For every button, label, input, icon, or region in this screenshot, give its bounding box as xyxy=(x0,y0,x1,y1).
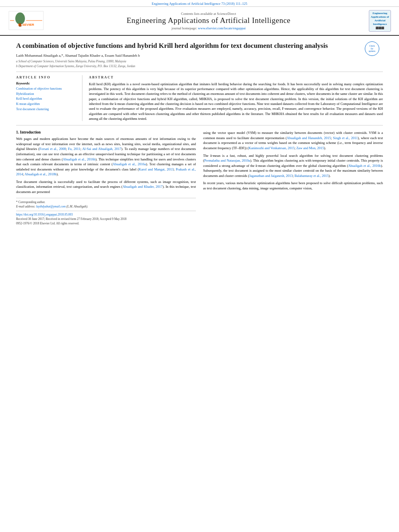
doi-line[interactable]: https://doi.org/10.1016/j.engappai.2018.… xyxy=(16,213,196,216)
cross-mark-icon: Checkforupdates xyxy=(365,41,379,56)
body-right-text-3: In recent years, various meta-heuristic … xyxy=(203,181,383,191)
abstract-col: ABSTRACT Krill herd (KH) algorithm is a … xyxy=(89,75,383,121)
journal-name: Engineering Applications of Artificial I… xyxy=(127,16,291,25)
ref-premalatha[interactable]: Premalatha and Natarajan, 2010a xyxy=(204,158,250,162)
ref-abualigah-khader[interactable]: Abualigah and Khader, 2017 xyxy=(123,185,162,189)
sciencedirect-link[interactable]: ScienceDirect xyxy=(217,12,236,16)
email-link[interactable]: laythdyabat@ymail.com xyxy=(36,205,66,208)
ref-kanimozhi[interactable]: Kanimozhi and Venkatesan, 2015 xyxy=(249,146,294,150)
keyword-3[interactable]: Krill herd algorithm xyxy=(16,97,78,102)
ref-jaganathan[interactable]: Jaganathan and Jaiganesh, 2013 xyxy=(249,174,293,178)
body-left-text-2: Text document clustering is successfully… xyxy=(16,179,196,195)
copyright-line: 0952-1976/© 2018 Elsevier Ltd. All right… xyxy=(16,222,196,225)
article-title-text: A combination of objective functions and… xyxy=(16,41,361,68)
footer-line: * Corresponding author. E-mail address: … xyxy=(16,198,196,225)
keyword-2[interactable]: Hybridization xyxy=(16,92,78,97)
svg-text:ELSEVIER: ELSEVIER xyxy=(18,23,34,27)
article-title: A combination of objective functions and… xyxy=(16,41,361,50)
article-info-abstract: ARTICLE INFO Keywords: Combination of ob… xyxy=(16,75,383,126)
section1-heading: 1. Introduction xyxy=(16,130,196,134)
check-badge: EngineeringApplications ofArtificialInte… xyxy=(369,10,391,32)
journal-top-bar: Engineering Applications of Artificial I… xyxy=(0,0,399,7)
body-two-col: 1. Introduction Web pages and modern app… xyxy=(16,130,383,225)
ref-fu[interactable]: Fu, 2011 xyxy=(68,147,80,151)
contents-line: Contents lists available at ScienceDirec… xyxy=(181,12,236,16)
ref-alsai[interactable]: Al-Sai and Abualigah, 2017 xyxy=(82,147,121,151)
main-content: A combination of objective functions and… xyxy=(0,36,399,233)
journal-homepage: journal homepage: www.elsevier.com/locat… xyxy=(171,26,245,30)
article-info-title: ARTICLE INFO xyxy=(16,75,78,79)
body-right-text-1: using the vector space model (VSM) to me… xyxy=(203,130,383,150)
authors: Laith Mohammad Abualigah a,*, Ahamad Taj… xyxy=(16,53,361,58)
doi-link[interactable]: https://doi.org/10.1016/j.engappai.2018.… xyxy=(16,213,73,216)
elsevier-logo: ELSEVIER xyxy=(8,10,44,31)
journal-header: ELSEVIER Contents lists available at Sci… xyxy=(0,7,399,36)
cross-mark: Checkforupdates xyxy=(365,41,383,56)
ref-balabantaray[interactable]: Balabantaray et al., 2015 xyxy=(294,174,329,178)
ref-forsati[interactable]: Forsati et al., 2008 xyxy=(39,147,66,151)
body-right: using the vector space model (VSM) to me… xyxy=(203,130,383,225)
abstract-text: Krill herd (KH) algorithm is a novel swa… xyxy=(89,82,383,121)
body-left-text: Web pages and modern applications have b… xyxy=(16,136,196,177)
article-info: ARTICLE INFO Keywords: Combination of ob… xyxy=(16,75,82,121)
keyword-1[interactable]: Combination of objective functions xyxy=(16,86,78,92)
journal-citation: Engineering Applications of Artificial I… xyxy=(152,2,247,6)
ref-singh[interactable]: Singh et al., 2011 xyxy=(333,136,358,140)
abstract-title: ABSTRACT xyxy=(89,75,383,79)
ref-zaw[interactable]: Zaw and Mon, 2015 xyxy=(296,146,324,150)
body-left: 1. Introduction Web pages and modern app… xyxy=(16,130,196,225)
article-title-section: A combination of objective functions and… xyxy=(16,41,383,72)
keyword-5[interactable]: Text document clustering xyxy=(16,107,78,112)
keywords-label: Keywords: xyxy=(16,82,78,85)
ref-abualigah2018b[interactable]: Abualigah et al., 2018b xyxy=(25,172,57,176)
keywords-list: Combination of objective functions Hybri… xyxy=(16,86,78,112)
ref-karol[interactable]: Karol and Mangat, 2013 xyxy=(139,167,173,171)
ref-abualigah-hanandeh[interactable]: Abualigah and Hanandeh, 2015 xyxy=(287,136,331,140)
journal-title-section: Contents lists available at ScienceDirec… xyxy=(52,12,365,30)
ref-abualigah2016b-2[interactable]: Abualigah et al., 2016b xyxy=(348,164,381,168)
footnote-star: * Corresponding author. xyxy=(16,200,196,204)
received-line: Received 30 June 2017; Received in revis… xyxy=(16,217,196,221)
ref-abualigah2016b[interactable]: Abualigah et al., 2016b xyxy=(63,157,95,161)
homepage-url[interactable]: www.elsevier.com/locate/engappai xyxy=(198,26,245,30)
body-right-text-2: The k-mean is a fast, robust, and highly… xyxy=(203,153,383,179)
ref-abualigah2016a[interactable]: Abualigah et al., 2016a xyxy=(113,162,146,166)
keyword-4[interactable]: K-mean algorithm xyxy=(16,102,78,107)
affiliations: a School of Computer Sciences, Universit… xyxy=(16,59,361,68)
check-badge-inner: EngineeringApplications ofArtificialInte… xyxy=(369,10,391,32)
footnote-email: E-mail address: laythdyabat@ymail.com (L… xyxy=(16,205,196,208)
